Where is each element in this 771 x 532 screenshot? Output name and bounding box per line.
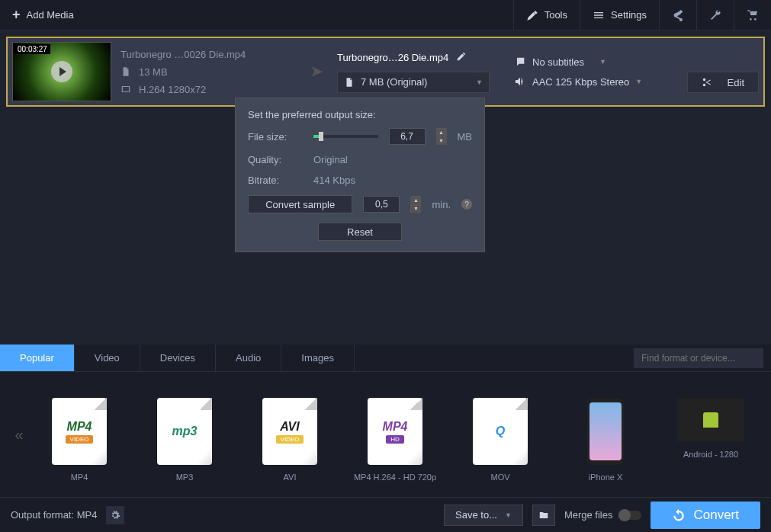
- tab-video[interactable]: Video: [75, 345, 140, 371]
- convert-label: Convert: [693, 508, 739, 523]
- file-row[interactable]: 00:03:27 Turbonegro …0026 Die.mp4 13 MB …: [6, 37, 765, 107]
- merge-label: Merge files: [564, 509, 613, 521]
- filesize-slider[interactable]: [313, 135, 378, 138]
- format-item[interactable]: Android - 1280: [665, 398, 757, 482]
- chevron-down-icon: ▼: [635, 78, 642, 85]
- output-format-label: Output format: MP4: [11, 509, 97, 521]
- formats-panel: Popular Video Devices Audio Images « MP4…: [0, 345, 771, 497]
- filesize-input[interactable]: 6,7: [389, 128, 426, 145]
- output-size-popup: Set the preferred output size: File size…: [235, 98, 485, 252]
- file-icon: [120, 66, 131, 77]
- cart-icon: [747, 9, 759, 21]
- input-filename: Turbonegro …0026 Die.mp4: [120, 49, 246, 60]
- scissors-icon: [702, 77, 712, 88]
- file-size: 13 MB: [139, 66, 168, 78]
- tab-popular[interactable]: Popular: [0, 345, 75, 371]
- file-info: Turbonegro …0026 Die.mp4 13 MB H.264 128…: [120, 49, 296, 95]
- quality-label: Quality:: [248, 154, 303, 165]
- add-media-button[interactable]: + Add Media: [0, 0, 86, 30]
- convert-sample-button[interactable]: Convert sample: [248, 195, 352, 213]
- topbar-right: Tools Settings: [513, 0, 771, 30]
- filesize-label: File size:: [248, 131, 303, 143]
- reset-button[interactable]: Reset: [318, 223, 402, 241]
- scroll-left-button[interactable]: «: [8, 396, 31, 473]
- format-item[interactable]: iPhone X: [560, 398, 651, 482]
- format-label: Android - 1280: [683, 450, 738, 459]
- convert-button[interactable]: Convert: [651, 502, 760, 529]
- format-label: iPhone X: [589, 473, 623, 482]
- format-scroll: « MP4VIDEOMP4mp3MP3AVIVIDEOAVIMP4HDMP4 H…: [0, 372, 771, 497]
- plus-icon: +: [12, 7, 21, 23]
- audio-label: AAC 125 Kbps Stereo: [532, 76, 629, 88]
- tab-audio[interactable]: Audio: [216, 345, 281, 371]
- file-thumbnail[interactable]: 00:03:27: [12, 42, 111, 101]
- subtitles-label: No subtitles: [532, 56, 584, 68]
- output-settings-button[interactable]: [106, 506, 124, 524]
- rename-button[interactable]: [456, 51, 467, 64]
- bottombar: Output format: MP4 Save to... ▼ Merge fi…: [0, 497, 771, 532]
- filesize-spinner[interactable]: ▲▼: [436, 128, 447, 145]
- format-label: MP4 H.264 - HD 720p: [354, 473, 436, 482]
- settings-label: Settings: [611, 9, 647, 21]
- file-codec: H.264 1280x72: [139, 84, 206, 95]
- quality-value: Original: [313, 154, 348, 165]
- subtitles-icon: [514, 56, 526, 68]
- format-label: MP4: [71, 473, 88, 482]
- sample-duration-input[interactable]: 0,5: [363, 196, 400, 213]
- bitrate-value: 414 Kbps: [313, 175, 355, 186]
- format-item[interactable]: mp3MP3: [139, 398, 230, 482]
- wrench-button[interactable]: [696, 0, 734, 30]
- format-file-icon: mp3: [157, 398, 212, 465]
- format-items: MP4VIDEOMP4mp3MP3AVIVIDEOAVIMP4HDMP4 H.2…: [34, 387, 763, 482]
- settings-button[interactable]: Settings: [580, 0, 659, 30]
- phone-icon: [587, 398, 624, 465]
- search-format-input[interactable]: [634, 348, 763, 368]
- format-item[interactable]: MP4VIDEOMP4: [34, 398, 125, 482]
- duration-badge: 00:03:27: [14, 44, 50, 54]
- gear-icon: [110, 510, 120, 521]
- play-icon[interactable]: [51, 61, 72, 82]
- sample-spinner[interactable]: ▲▼: [410, 196, 421, 213]
- output-filename: Turbonegro…26 Die.mp4: [337, 52, 448, 63]
- tools-button[interactable]: Tools: [513, 0, 580, 30]
- tablet-icon: [677, 398, 744, 442]
- merge-toggle[interactable]: [618, 511, 641, 520]
- help-icon[interactable]: ?: [461, 199, 472, 210]
- topbar: + Add Media Tools Settings: [0, 0, 771, 30]
- file-icon: [344, 77, 355, 88]
- chevron-down-icon: ▼: [599, 58, 606, 66]
- format-item[interactable]: QMOV: [455, 398, 546, 482]
- menu-icon: [593, 9, 605, 21]
- refresh-icon: [672, 508, 686, 522]
- edit-button[interactable]: Edit: [687, 72, 759, 93]
- browse-folder-button[interactable]: [532, 505, 555, 526]
- tools-label: Tools: [545, 9, 567, 21]
- output-preset-dropdown[interactable]: 7 MB (Original) ▼: [337, 72, 490, 93]
- format-item[interactable]: AVIVIDEOAVI: [244, 398, 336, 482]
- merge-files-control: Merge files: [564, 509, 642, 521]
- folder-icon: [538, 510, 549, 521]
- save-to-dropdown[interactable]: Save to... ▼: [444, 505, 523, 526]
- format-file-icon: MP4VIDEO: [52, 398, 107, 465]
- arrow-icon: ➤: [310, 62, 323, 82]
- audio-icon: [514, 75, 526, 88]
- audio-dropdown[interactable]: AAC 125 Kbps Stereo ▼: [514, 75, 642, 88]
- tab-devices[interactable]: Devices: [140, 345, 216, 371]
- bitrate-label: Bitrate:: [248, 175, 303, 186]
- popup-header: Set the preferred output size:: [248, 109, 472, 120]
- format-tabs: Popular Video Devices Audio Images: [0, 345, 771, 372]
- edit-label: Edit: [728, 77, 744, 88]
- tab-images[interactable]: Images: [281, 345, 355, 371]
- add-media-label: Add Media: [27, 9, 74, 21]
- format-item[interactable]: MP4HDMP4 H.264 - HD 720p: [349, 398, 441, 482]
- cart-button[interactable]: [734, 0, 771, 30]
- subtitles-dropdown[interactable]: No subtitles ▼: [514, 56, 642, 68]
- sub-audio-column: No subtitles ▼ AAC 125 Kbps Stereo ▼: [514, 56, 642, 88]
- sample-unit: min.: [432, 199, 451, 210]
- chevron-down-icon: ▼: [476, 79, 483, 86]
- wrench-icon: [709, 9, 721, 21]
- format-label: AVI: [284, 473, 297, 482]
- output-column: Turbonegro…26 Die.mp4 7 MB (Original) ▼: [337, 51, 490, 93]
- format-file-icon: Q: [473, 398, 528, 465]
- share-button[interactable]: [659, 0, 696, 30]
